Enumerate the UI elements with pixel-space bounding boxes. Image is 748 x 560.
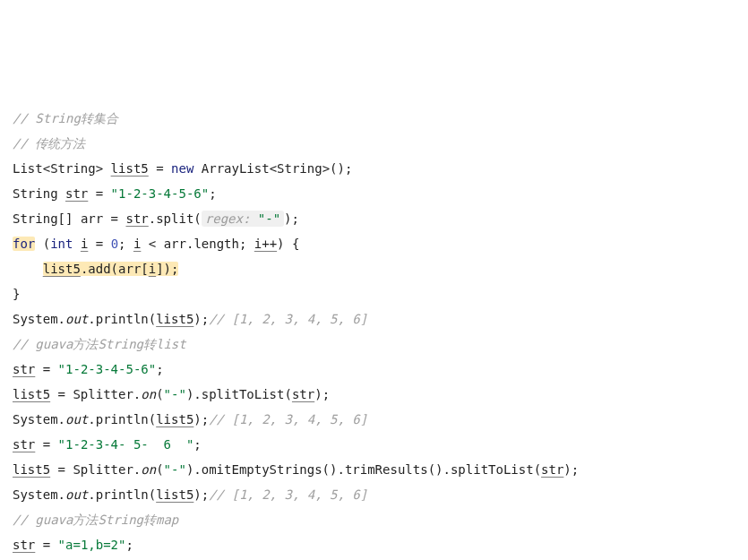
code-line: String[] arr = str.split(regex: "-"); [13, 211, 299, 227]
comment-line: // String转集合 [13, 111, 118, 125]
code-line: str = "1-2-3-4-5-6"; [13, 362, 164, 376]
code-line: System.out.println(list5);// [1, 2, 3, 4… [13, 412, 367, 426]
code-line: System.out.println(list5);// [1, 2, 3, 4… [13, 487, 367, 502]
code-line: } [13, 287, 20, 301]
code-line: for (int i = 0; i < arr.length; i++) { [13, 237, 299, 251]
code-line: str = "1-2-3-4- 5- 6 "; [13, 437, 202, 452]
code-line: list5.add(arr[i]); [13, 262, 178, 276]
code-block: // String转集合 // 传统方法 List<String> list5 … [13, 106, 735, 560]
comment-line: // guava方法String转map [13, 513, 178, 527]
code-line: str = "a=1,b=2"; [13, 538, 133, 552]
code-line: String str = "1-2-3-4-5-6"; [13, 186, 217, 201]
code-line: list5 = Splitter.on("-").omitEmptyString… [13, 462, 579, 477]
code-line: list5 = Splitter.on("-").splitToList(str… [13, 387, 330, 401]
code-line: System.out.println(list5);// [1, 2, 3, 4… [13, 312, 367, 326]
code-line: List<String> list5 = new ArrayList<Strin… [13, 161, 352, 176]
comment-line: // 传统方法 [13, 136, 85, 151]
comment-line: // guava方法String转list [13, 337, 186, 351]
